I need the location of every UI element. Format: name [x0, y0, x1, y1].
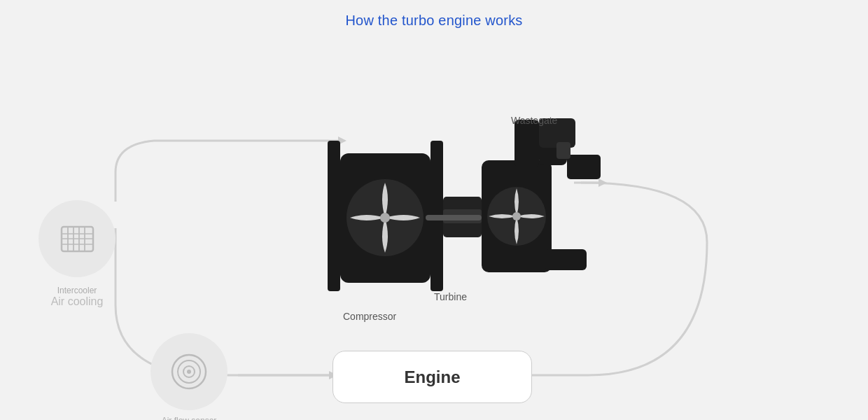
svg-rect-33 — [545, 249, 587, 270]
svg-rect-24 — [426, 215, 482, 220]
airflow-sensor-circle — [150, 333, 227, 410]
svg-point-32 — [512, 212, 521, 220]
svg-point-21 — [380, 213, 390, 223]
airflow-label: Air flow sensor Boost pressure measureme… — [112, 416, 266, 420]
svg-rect-29 — [567, 155, 601, 179]
engine-label: Engine — [404, 368, 460, 387]
page-title: How the turbo engine works — [0, 0, 868, 29]
svg-point-16 — [187, 370, 191, 374]
svg-rect-26 — [514, 120, 539, 167]
svg-rect-17 — [328, 141, 340, 291]
wastegate-label: Wastegate — [511, 115, 557, 126]
intercooler-label: Intercooler Air cooling — [21, 286, 133, 308]
compressor-label: Compressor — [343, 311, 396, 322]
turbocharger-assembly — [308, 113, 602, 319]
svg-rect-30 — [556, 142, 570, 159]
sensor-icon — [168, 351, 210, 393]
turbine-label: Turbine — [434, 291, 467, 302]
intercooler-circle — [38, 200, 115, 277]
diagram-area: Intercooler Air cooling Air flow sensor … — [0, 32, 868, 414]
radiator-icon — [58, 220, 97, 258]
engine-box: Engine — [332, 351, 532, 403]
